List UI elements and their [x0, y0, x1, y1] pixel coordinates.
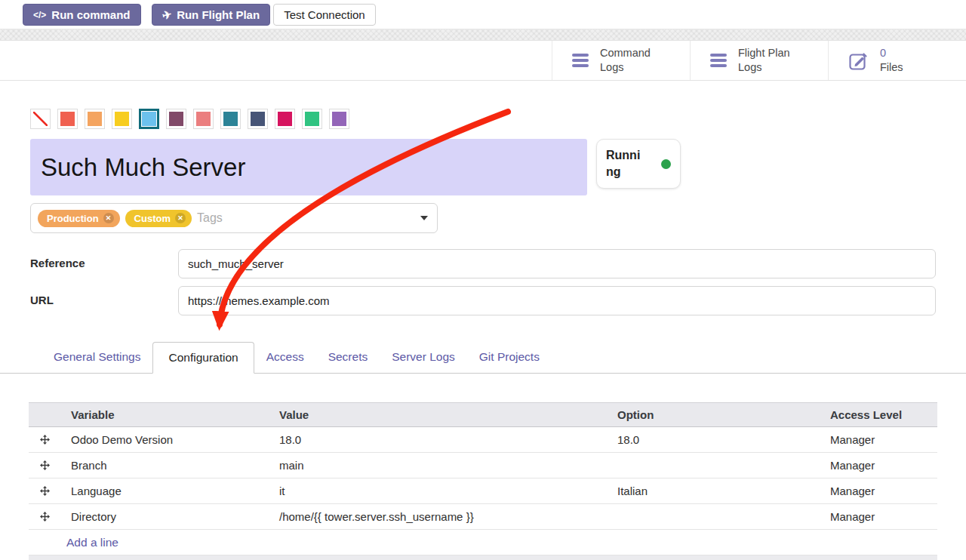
tab-configuration[interactable]: Configuration [152, 342, 254, 374]
cell-access-level[interactable]: Manager [830, 459, 937, 472]
reference-input[interactable] [178, 249, 936, 278]
list-icon [572, 54, 589, 67]
table-row[interactable]: Directory /home/{{ tower.server.ssh_user… [29, 504, 937, 530]
record-title-field[interactable]: Such Much Server [30, 139, 587, 195]
cell-variable[interactable]: Odoo Demo Version [60, 433, 279, 446]
run-command-button[interactable]: </>Run command [23, 4, 141, 26]
table-bottom-strip [29, 555, 937, 560]
color-swatch-2[interactable] [85, 109, 105, 129]
tab-secrets[interactable]: Secrets [316, 342, 380, 374]
cell-value[interactable]: it [279, 485, 617, 497]
status-card[interactable]: Running [596, 139, 681, 189]
color-swatch-1[interactable] [57, 109, 78, 129]
tag-custom[interactable]: Custom ✕ [125, 210, 192, 227]
drag-handle-icon[interactable] [29, 486, 60, 496]
tag-production-label: Production [47, 213, 99, 224]
run-flight-plan-label: Run Flight Plan [177, 8, 260, 21]
files-count: 0 [880, 46, 943, 60]
tag-production[interactable]: Production ✕ [38, 210, 120, 227]
notebook-tabs: General Settings Configuration Access Se… [0, 342, 966, 374]
run-command-label: Run command [51, 8, 130, 21]
list-icon [710, 54, 727, 67]
cell-access-level[interactable]: Manager [830, 510, 937, 523]
tag-custom-label: Custom [134, 213, 171, 224]
cell-value[interactable]: main [279, 459, 617, 472]
drag-handle-icon[interactable] [29, 435, 60, 445]
cell-value[interactable]: 18.0 [279, 433, 617, 446]
code-icon: </> [33, 10, 46, 20]
tags-placeholder: Tags [197, 211, 223, 225]
tab-general-settings[interactable]: General Settings [42, 342, 152, 374]
action-toolbar: </>Run command ✈Run Flight Plan Test Con… [0, 0, 966, 29]
color-swatch-5[interactable] [166, 109, 186, 129]
color-swatch-7[interactable] [220, 109, 241, 129]
divider-band [0, 29, 966, 41]
add-a-line-link[interactable]: Add a line [66, 536, 118, 549]
flight-plan-logs-label: Flight Plan Logs [738, 46, 801, 75]
edit-file-icon [848, 51, 869, 71]
command-logs-label: Command Logs [600, 46, 663, 75]
no-color-icon [33, 112, 48, 126]
cell-variable[interactable]: Branch [60, 459, 279, 472]
cell-access-level[interactable]: Manager [830, 433, 937, 446]
tab-server-logs[interactable]: Server Logs [380, 342, 467, 374]
test-connection-label: Test Connection [284, 8, 365, 21]
color-swatch-none[interactable] [30, 109, 51, 129]
table-row[interactable]: Language it Italian Manager [29, 478, 937, 504]
flight-plan-logs-button[interactable]: Flight Plan Logs [690, 41, 828, 80]
drag-handle-icon[interactable] [29, 512, 60, 522]
command-logs-button[interactable]: Command Logs [552, 41, 690, 80]
color-swatch-8[interactable] [248, 109, 268, 129]
color-swatch-9[interactable] [275, 109, 295, 129]
tags-field[interactable]: Production ✕ Custom ✕ Tags [30, 203, 438, 233]
status-dot-icon [661, 159, 671, 169]
color-swatch-11[interactable] [329, 109, 349, 129]
stat-button-row: Command Logs Flight Plan Logs 0 Files [0, 41, 966, 81]
cell-option[interactable]: 18.0 [617, 433, 830, 446]
record-title: Such Much Server [41, 153, 245, 182]
column-header-variable[interactable]: Variable [60, 408, 279, 421]
tab-git-projects[interactable]: Git Projects [467, 342, 552, 374]
color-swatch-10[interactable] [302, 109, 322, 129]
chevron-down-icon[interactable] [420, 216, 428, 220]
configuration-table: Variable Value Option Access Level Odoo … [29, 402, 937, 560]
url-label: URL [30, 286, 178, 315]
color-swatch-4-selected[interactable] [139, 109, 159, 129]
tag-custom-remove-icon[interactable]: ✕ [175, 213, 186, 223]
files-label: Files [880, 60, 943, 75]
color-swatch-3[interactable] [112, 109, 132, 129]
url-input[interactable] [178, 286, 936, 315]
test-connection-button[interactable]: Test Connection [273, 4, 376, 26]
cell-value[interactable]: /home/{{ tower.server.ssh_username }} [279, 510, 617, 523]
column-header-option[interactable]: Option [617, 408, 830, 421]
color-swatch-6[interactable] [193, 109, 214, 129]
table-row[interactable]: Branch main Manager [29, 453, 937, 478]
tab-access[interactable]: Access [254, 342, 316, 374]
cell-access-level[interactable]: Manager [830, 485, 937, 497]
drag-handle-icon[interactable] [29, 460, 60, 470]
files-button[interactable]: 0 Files [828, 41, 966, 80]
cell-variable[interactable]: Language [60, 485, 279, 497]
cell-option[interactable]: Italian [617, 485, 830, 497]
status-label: Running [606, 147, 647, 180]
cell-variable[interactable]: Directory [60, 510, 279, 523]
reference-label: Reference [30, 249, 178, 278]
color-palette [30, 109, 966, 129]
table-row[interactable]: Odoo Demo Version 18.0 18.0 Manager [29, 427, 937, 453]
run-flight-plan-button[interactable]: ✈Run Flight Plan [152, 4, 271, 26]
plane-icon: ✈ [160, 7, 173, 23]
table-header: Variable Value Option Access Level [29, 402, 937, 427]
column-header-access-level[interactable]: Access Level [830, 408, 937, 421]
column-header-value[interactable]: Value [279, 408, 617, 421]
tag-production-remove-icon[interactable]: ✕ [103, 213, 114, 223]
